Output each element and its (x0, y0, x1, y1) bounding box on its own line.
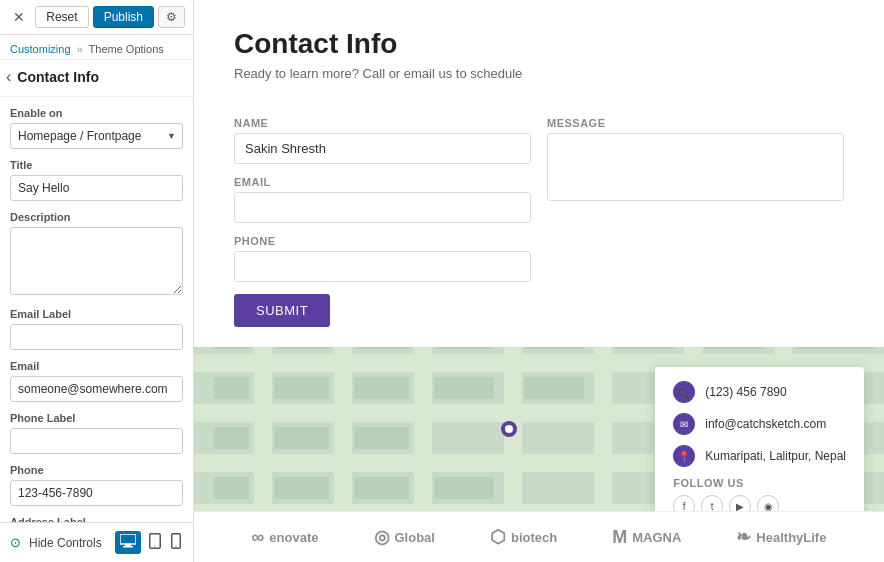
location-icon: 📍 (673, 445, 695, 467)
magna-symbol: M (612, 527, 627, 548)
panel-title-row: ‹ Contact Info (0, 60, 193, 97)
contact-address: Kumaripati, Lalitpur, Nepal (705, 449, 846, 463)
right-panel: Contact Info Ready to learn more? Call o… (194, 0, 884, 562)
twitter-icon[interactable]: t (701, 495, 723, 511)
back-button[interactable]: ‹ (4, 66, 17, 88)
page-title: Contact Info (234, 28, 844, 60)
svg-rect-31 (524, 377, 584, 399)
name-field-input[interactable] (234, 133, 531, 164)
message-textarea[interactable] (547, 133, 844, 201)
footer-icons (115, 531, 183, 554)
svg-rect-25 (704, 347, 764, 349)
reset-button[interactable]: Reset (35, 6, 88, 28)
email-input[interactable] (10, 376, 183, 402)
svg-rect-28 (274, 377, 329, 399)
svg-rect-37 (354, 477, 409, 499)
desktop-view-button[interactable] (115, 531, 141, 554)
email-label-group: Email Label (10, 308, 183, 350)
phone-field-input[interactable] (234, 251, 531, 282)
svg-rect-14 (414, 347, 432, 511)
svg-rect-12 (254, 347, 272, 511)
svg-rect-30 (434, 377, 494, 399)
svg-rect-13 (334, 347, 352, 511)
mobile-view-button[interactable] (169, 531, 183, 554)
biotech-symbol: ⬡ (490, 526, 506, 548)
left-panel: ✕ Reset Publish ⚙ Customizing » Theme Op… (0, 0, 194, 562)
phone-label-label: Phone Label (10, 412, 183, 424)
logos-bar: ∞ enovate ◎ Global ⬡ biotech M MAGNA ❧ H… (194, 511, 884, 562)
svg-rect-33 (274, 427, 329, 449)
enable-on-select-wrapper: Homepage / Frontpage (10, 123, 183, 149)
magna-name: MAGNA (632, 530, 681, 545)
email-label-label: Email Label (10, 308, 183, 320)
publish-button[interactable]: Publish (93, 6, 154, 28)
description-label: Description (10, 211, 183, 223)
breadcrumb-parent[interactable]: Customizing (10, 43, 71, 55)
logo-global: ◎ Global (374, 526, 435, 548)
svg-rect-16 (594, 347, 612, 511)
svg-rect-21 (354, 347, 409, 349)
facebook-icon[interactable]: f (673, 495, 695, 511)
title-group: Title (10, 159, 183, 201)
svg-point-40 (505, 425, 513, 433)
follow-us-label: FOLLOW US (673, 477, 846, 489)
svg-rect-19 (214, 347, 249, 349)
contact-phone: (123) 456 7890 (705, 385, 786, 399)
email-label-input[interactable] (10, 324, 183, 350)
svg-rect-20 (274, 347, 329, 349)
phone-group: Phone (10, 464, 183, 506)
svg-rect-32 (214, 427, 249, 449)
title-input[interactable] (10, 175, 183, 201)
phone-field-label: Phone (10, 464, 183, 476)
name-field-group: NAME (234, 117, 531, 164)
panel-footer: ⊙ Hide Controls (0, 522, 193, 562)
gear-button[interactable]: ⚙ (158, 6, 185, 28)
enovate-name: enovate (269, 530, 318, 545)
tablet-view-button[interactable] (147, 531, 163, 554)
contact-email-item: ✉ info@catchsketch.com (673, 413, 846, 435)
email-field-group: EMAIL (234, 176, 531, 223)
logo-enovate: ∞ enovate (252, 527, 319, 548)
svg-rect-29 (354, 377, 409, 399)
svg-point-4 (154, 545, 155, 546)
email-field-input[interactable] (234, 192, 531, 223)
enable-on-group: Enable on Homepage / Frontpage (10, 107, 183, 149)
message-field-group: MESSAGE (547, 117, 844, 223)
submit-row: SUBMIT (234, 294, 844, 327)
svg-rect-27 (214, 377, 249, 399)
biotech-name: biotech (511, 530, 557, 545)
svg-rect-26 (794, 347, 874, 349)
phone-label-input[interactable] (10, 428, 183, 454)
global-symbol: ◎ (374, 526, 390, 548)
name-field-label: NAME (234, 117, 531, 129)
close-button[interactable]: ✕ (8, 7, 30, 27)
panel-title: Contact Info (17, 69, 99, 85)
phone-field-label-preview: PHONE (234, 235, 531, 247)
contact-email: info@catchsketch.com (705, 417, 826, 431)
contact-phone-item: 📞 (123) 456 7890 (673, 381, 846, 403)
top-bar: ✕ Reset Publish ⚙ (0, 0, 193, 35)
instagram-icon[interactable]: ◉ (757, 495, 779, 511)
email-field-label: Email (10, 360, 183, 372)
svg-rect-34 (354, 427, 409, 449)
enovate-symbol: ∞ (252, 527, 265, 548)
description-textarea[interactable] (10, 227, 183, 295)
logo-biotech: ⬡ biotech (490, 526, 557, 548)
page-subheading: Ready to learn more? Call or email us to… (234, 66, 844, 81)
submit-button[interactable]: SUBMIT (234, 294, 330, 327)
contact-card: 📞 (123) 456 7890 ✉ info@catchsketch.com … (655, 367, 864, 511)
youtube-icon[interactable]: ▶ (729, 495, 751, 511)
breadcrumb-separator: » (77, 43, 83, 55)
enable-on-select[interactable]: Homepage / Frontpage (10, 123, 183, 149)
global-name: Global (395, 530, 435, 545)
enable-on-label: Enable on (10, 107, 183, 119)
hide-controls-icon: ⊙ (10, 535, 21, 550)
email-field-label-preview: EMAIL (234, 176, 531, 188)
phone-field-group: PHONE (234, 235, 531, 282)
phone-input[interactable] (10, 480, 183, 506)
contact-address-item: 📍 Kumaripati, Lalitpur, Nepal (673, 445, 846, 467)
healthylife-symbol: ❧ (736, 526, 751, 548)
phone-icon: 📞 (673, 381, 695, 403)
social-icons-row: f t ▶ ◉ (673, 495, 846, 511)
description-group: Description (10, 211, 183, 298)
